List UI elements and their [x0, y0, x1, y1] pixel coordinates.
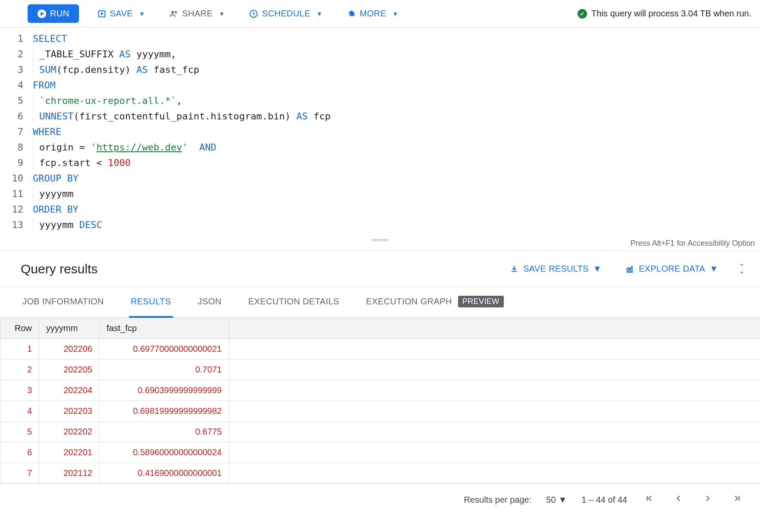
- sql-text: ,: [176, 95, 182, 106]
- code-content[interactable]: fcp.start < 1000: [31, 155, 760, 171]
- code-content[interactable]: `chrome-ux-report.all.*`,: [31, 93, 760, 109]
- table-row[interactable]: 32022040.6903999999999999: [0, 380, 760, 401]
- line-number: 13: [0, 217, 31, 233]
- first-page-button[interactable]: [642, 491, 656, 508]
- caret-down-icon: ▼: [593, 264, 602, 274]
- code-line[interactable]: 7WHERE: [0, 124, 760, 140]
- code-content[interactable]: SUM(fcp.density) AS fast_fcp: [31, 62, 760, 78]
- line-number: 1: [0, 31, 31, 47]
- table-row[interactable]: 22022050.7071: [0, 360, 760, 380]
- indent-guide: [33, 47, 33, 62]
- line-number: 3: [0, 62, 31, 78]
- cell-yyyymm: 202201: [39, 442, 100, 463]
- line-number: 2: [0, 47, 31, 62]
- run-label: RUN: [50, 9, 69, 19]
- tab-results[interactable]: RESULTS: [129, 287, 173, 318]
- share-label: SHARE: [182, 9, 213, 19]
- sql-editor[interactable]: 1SELECT2_TABLE_SUFFIX AS yyyymm,3SUM(fcp…: [0, 28, 760, 236]
- code-line[interactable]: 9fcp.start < 1000: [0, 155, 760, 171]
- cell-row: 1: [0, 339, 39, 360]
- code-content[interactable]: FROM: [31, 78, 760, 93]
- code-line[interactable]: 4FROM: [0, 78, 760, 93]
- tab-job-information[interactable]: JOB INFORMATION: [21, 287, 106, 318]
- code-content[interactable]: _TABLE_SUFFIX AS yyyymm,: [31, 47, 760, 62]
- table-row[interactable]: 72021120.4169000000000001: [0, 463, 760, 484]
- more-button[interactable]: MORE ▼: [341, 5, 405, 22]
- page-size-label: Results per page:: [464, 495, 532, 505]
- col-fast_fcp[interactable]: fast_fcp: [100, 318, 229, 339]
- prev-page-button[interactable]: [671, 491, 686, 508]
- run-button[interactable]: RUN: [28, 4, 79, 23]
- code-content[interactable]: WHERE: [31, 124, 760, 140]
- sql-keyword: ORDER BY: [33, 204, 79, 215]
- indent-guide: [33, 93, 33, 109]
- cell-filler: [229, 380, 760, 401]
- cell-yyyymm: 202204: [39, 380, 100, 401]
- code-content[interactable]: UNNEST(first_contentful_paint.histogram.…: [31, 109, 760, 124]
- code-line[interactable]: 11yyyymm: [0, 186, 760, 202]
- tab-json[interactable]: JSON: [196, 287, 223, 318]
- sql-text: (fcp.density): [57, 64, 136, 75]
- chevron-left-icon: [674, 494, 683, 503]
- next-page-button[interactable]: [700, 491, 715, 508]
- cell-yyyymm: 202203: [39, 401, 100, 422]
- expand-collapse-button[interactable]: ⌃ ⌄: [736, 262, 747, 276]
- tab-execution-graph[interactable]: EXECUTION GRAPHPREVIEW: [364, 287, 505, 318]
- save-results-button[interactable]: SAVE RESULTS ▼: [504, 260, 607, 277]
- sql-text: yyyymm: [39, 219, 79, 230]
- sql-function: SUM: [39, 64, 57, 75]
- sql-keyword: AS: [136, 64, 148, 75]
- code-line[interactable]: 8origin = 'https://web.dev' AND: [0, 140, 760, 155]
- drag-handle-icon[interactable]: [371, 239, 389, 241]
- code-content[interactable]: SELECT: [31, 31, 760, 47]
- save-button[interactable]: SAVE ▼: [91, 5, 151, 22]
- table-row[interactable]: 52022020.6775: [0, 422, 760, 442]
- table-row[interactable]: 42022030.69819999999999982: [0, 401, 760, 422]
- tab-execution-details[interactable]: EXECUTION DETAILS: [246, 287, 341, 318]
- sql-function: UNNEST: [39, 111, 73, 122]
- cell-row: 3: [0, 380, 39, 401]
- indent-guide: [33, 62, 33, 78]
- results-tabs: JOB INFORMATIONRESULTSJSONEXECUTION DETA…: [0, 287, 760, 318]
- code-content[interactable]: yyyymm: [31, 186, 760, 202]
- code-line[interactable]: 6UNNEST(first_contentful_paint.histogram…: [0, 109, 760, 124]
- explore-data-button[interactable]: EXPLORE DATA ▼: [620, 260, 723, 277]
- sql-keyword: WHERE: [33, 126, 61, 137]
- code-line[interactable]: 1SELECT: [0, 31, 760, 47]
- schedule-label: SCHEDULE: [262, 9, 310, 19]
- code-content[interactable]: origin = 'https://web.dev' AND: [31, 140, 760, 155]
- check-circle-icon: ✓: [578, 9, 587, 19]
- code-content[interactable]: yyyymm DESC: [31, 217, 760, 233]
- cell-yyyymm: 202205: [39, 360, 100, 380]
- table-row[interactable]: 62022010.58960000000000024: [0, 442, 760, 463]
- sql-string: ': [182, 142, 188, 153]
- cell-fast_fcp: 0.69770000000000021: [100, 339, 229, 360]
- col-yyyymm[interactable]: yyyymm: [39, 318, 100, 339]
- share-button[interactable]: SHARE ▼: [163, 5, 231, 22]
- cell-fast_fcp: 0.6775: [100, 422, 229, 442]
- sql-keyword: AS: [119, 49, 131, 59]
- col-row[interactable]: Row: [0, 318, 39, 339]
- code-line[interactable]: 13yyyymm DESC: [0, 217, 760, 233]
- schedule-button[interactable]: SCHEDULE ▼: [243, 5, 328, 22]
- sql-url: https://web.dev: [96, 142, 182, 153]
- table-row[interactable]: 12022060.69770000000000021: [0, 339, 760, 360]
- code-content[interactable]: ORDER BY: [31, 202, 760, 217]
- sql-text: fcp.start <: [39, 157, 108, 168]
- code-line[interactable]: 12ORDER BY: [0, 202, 760, 217]
- line-number: 8: [0, 140, 31, 155]
- sql-string: `chrome-ux-report.all.*`: [39, 95, 176, 106]
- tab-label: RESULTS: [131, 297, 171, 307]
- sql-string: ': [91, 142, 96, 153]
- code-line[interactable]: 2_TABLE_SUFFIX AS yyyymm,: [0, 47, 760, 62]
- pagination: Results per page: 50 ▼ 1 – 44 of 44: [0, 484, 760, 515]
- code-content[interactable]: GROUP BY: [31, 171, 760, 186]
- code-line[interactable]: 3SUM(fcp.density) AS fast_fcp: [0, 62, 760, 78]
- code-line[interactable]: 10GROUP BY: [0, 171, 760, 186]
- explore-data-label: EXPLORE DATA: [639, 264, 705, 274]
- code-line[interactable]: 5`chrome-ux-report.all.*`,: [0, 93, 760, 109]
- chart-icon: [625, 264, 634, 274]
- page-size-select[interactable]: 50 ▼: [546, 495, 567, 505]
- last-page-button[interactable]: [730, 491, 744, 508]
- indent-guide: [33, 186, 33, 202]
